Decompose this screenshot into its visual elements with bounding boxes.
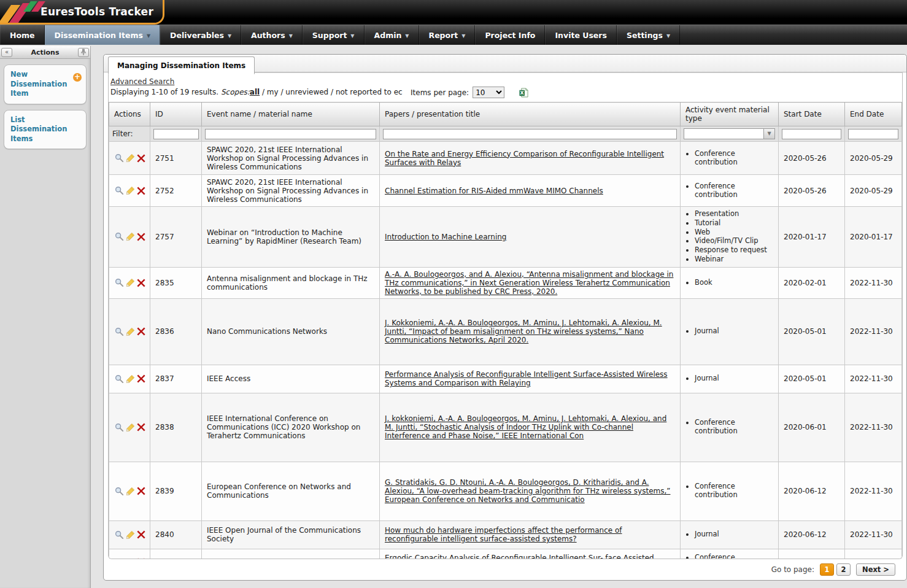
column-header-id[interactable]: ID	[150, 103, 202, 126]
page-button-1[interactable]: 1	[820, 563, 834, 576]
nav-item-report[interactable]: Report▼	[419, 25, 476, 45]
paper-title-link[interactable]: J. kokkoniemi, A.-A. A. Boulogeorgos, M.…	[385, 414, 666, 440]
row-id: 2751	[150, 142, 202, 175]
sidebar-actions: New Dissemination Item+List Disseminatio…	[0, 64, 90, 149]
page-button-2[interactable]: 2	[836, 563, 851, 576]
nav-item-settings[interactable]: Settings▼	[617, 25, 680, 45]
delete-icon[interactable]	[137, 187, 145, 195]
edit-icon[interactable]	[126, 278, 135, 287]
column-header-activity-event-material-type[interactable]: Activity event material type	[681, 103, 779, 126]
delete-icon[interactable]	[137, 558, 145, 559]
sidebar-button-list-dissemination-items[interactable]: List Dissemination Items	[4, 110, 87, 150]
filter-input-start-date[interactable]	[782, 129, 841, 139]
view-icon[interactable]	[115, 558, 124, 559]
column-header-start-date[interactable]: Start Date	[779, 103, 845, 126]
sidebar-title: Actions	[12, 48, 78, 56]
column-header-actions[interactable]: Actions	[109, 103, 150, 126]
filter-input-end-date[interactable]	[848, 129, 898, 139]
table-row: 2837IEEE AccessPerformance Analysis of R…	[109, 365, 902, 393]
scope-my[interactable]: my	[267, 88, 279, 96]
scope-unreviewed[interactable]: unreviewed	[285, 88, 328, 96]
table-row: 2839European Conference on Networks and …	[109, 462, 902, 520]
delete-icon[interactable]	[137, 530, 145, 539]
paper-title-link[interactable]: A.-A. A. Boulogeorgos, and A. Alexiou, “…	[385, 270, 673, 296]
view-icon[interactable]	[115, 374, 124, 384]
nav-item-home[interactable]: Home	[0, 25, 45, 45]
paper-title-link[interactable]: Performance Analysis of Reconfigurable I…	[385, 370, 668, 387]
view-icon[interactable]	[115, 487, 124, 496]
edit-icon[interactable]	[126, 232, 135, 241]
tab-managing-dissemination-items[interactable]: Managing Dissemination Items	[108, 56, 255, 74]
table-row: 2841IEEE 5G World ForumErgodic Capacity …	[109, 549, 902, 559]
row-event-name: IEEE Access	[202, 365, 380, 393]
row-end-date: 2020-05-29	[845, 142, 902, 175]
row-event-name: IEEE International Conference on Communi…	[202, 393, 380, 462]
row-id: 2841	[150, 549, 202, 559]
delete-icon[interactable]	[137, 374, 145, 383]
nav-item-authors[interactable]: Authors▼	[241, 25, 303, 45]
activity-type-item: Response to request	[695, 246, 773, 255]
filter-input-papers-title[interactable]	[383, 129, 677, 139]
activity-type-item: Book	[695, 279, 773, 287]
view-icon[interactable]	[115, 530, 124, 540]
edit-icon[interactable]	[126, 374, 135, 384]
activity-type-item: Webinar	[695, 255, 773, 264]
paper-title-link[interactable]: On the Rate and Energy Efficiency Compar…	[385, 150, 664, 167]
paper-title-link[interactable]: Introduction to Machine Learning	[385, 233, 507, 241]
nav-item-label: Admin	[374, 31, 402, 40]
edit-icon[interactable]	[126, 186, 135, 195]
view-icon[interactable]	[115, 423, 124, 432]
sidebar-button-new-dissemination-item[interactable]: New Dissemination Item+	[4, 64, 87, 104]
nav-item-label: Authors	[251, 31, 285, 40]
edit-icon[interactable]	[126, 153, 135, 163]
sidebar-collapse-button[interactable]: «	[1, 48, 12, 57]
paper-title-link[interactable]: Channel Estimation for RIS-Aided mmWave …	[385, 187, 603, 195]
edit-icon[interactable]	[126, 558, 135, 559]
delete-icon[interactable]	[137, 327, 145, 336]
excel-export-icon[interactable]: X	[519, 88, 528, 98]
column-header-event-name-material-name[interactable]: Event name / material name	[202, 103, 380, 126]
delete-icon[interactable]	[137, 233, 145, 241]
view-icon[interactable]	[115, 278, 124, 287]
paper-title-link[interactable]: J. Kokkoniemi, A.-A. A. Boulogeorgos, M.…	[385, 319, 662, 344]
delete-icon[interactable]	[137, 423, 145, 431]
nav-item-admin[interactable]: Admin▼	[365, 25, 419, 45]
edit-icon[interactable]	[126, 423, 135, 432]
paper-title-link[interactable]: Ergodic Capacity Analysis of Reconfigura…	[385, 554, 654, 559]
advanced-search-link[interactable]: Advanced Search	[110, 77, 174, 86]
view-icon[interactable]	[115, 186, 124, 195]
row-id: 2836	[150, 298, 202, 365]
items-per-page-select[interactable]: 10	[473, 87, 504, 98]
nav-item-dissemination-items[interactable]: Dissemination Items▼	[45, 25, 161, 45]
view-icon[interactable]	[115, 232, 124, 241]
next-page-button[interactable]: Next >	[856, 563, 895, 576]
delete-icon[interactable]	[137, 279, 145, 287]
row-actions	[109, 549, 150, 559]
nav-item-project-info[interactable]: Project Info	[475, 25, 545, 45]
scope-all[interactable]: all	[250, 88, 260, 96]
edit-icon[interactable]	[126, 327, 135, 336]
row-activity-types: Conference contribution	[681, 549, 779, 559]
paper-title-link[interactable]: G. Stratidakis, G. D. Ntouni, A.-A. A. B…	[385, 478, 670, 504]
delete-icon[interactable]	[137, 154, 145, 163]
view-icon[interactable]	[115, 327, 124, 336]
filter-input-id[interactable]	[153, 129, 199, 139]
nav-item-invite-users[interactable]: Invite Users	[545, 25, 616, 45]
row-activity-types: Conference contribution	[681, 142, 779, 175]
paper-title-link[interactable]: How much do hardware imperfections affec…	[385, 526, 622, 543]
row-id: 2837	[150, 365, 202, 393]
edit-icon[interactable]	[126, 530, 135, 540]
scope-not-reported-to-ec[interactable]: not reported to ec	[336, 88, 403, 96]
delete-icon[interactable]	[137, 487, 145, 495]
nav-item-support[interactable]: Support▼	[303, 25, 365, 45]
nav-item-deliverables[interactable]: Deliverables▼	[160, 25, 241, 45]
logo: EuresTools Tracker	[0, 0, 164, 25]
column-header-papers-presentation-title[interactable]: Papers / presentation title	[380, 103, 681, 126]
pin-icon[interactable]	[78, 48, 89, 57]
filter-select-activity-type[interactable]: ▼	[684, 128, 775, 139]
row-start-date: 2020-04-16	[779, 549, 845, 559]
view-icon[interactable]	[115, 153, 124, 163]
edit-icon[interactable]	[126, 487, 135, 496]
column-header-end-date[interactable]: End Date	[845, 103, 902, 126]
filter-input-event-name[interactable]	[205, 129, 376, 139]
